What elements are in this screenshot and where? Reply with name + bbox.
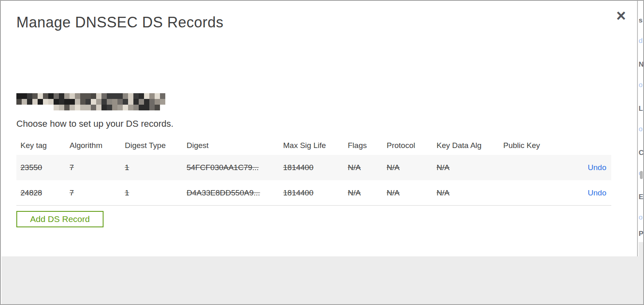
redacted-pixel (38, 93, 43, 99)
add-ds-record-button[interactable]: Add DS Record (16, 211, 104, 227)
redacted-pixel (59, 99, 64, 105)
redacted-pixel (149, 105, 155, 110)
col-header-protocol: Protocol (387, 141, 437, 150)
redacted-pixel (112, 105, 117, 110)
redacted-pixel (86, 105, 91, 110)
background-text-fragment: o (639, 125, 642, 133)
redacted-pixel (54, 99, 59, 105)
ds-records-table: Key tag Algorithm Digest Type Digest Max… (16, 136, 611, 206)
redacted-pixel (101, 99, 107, 105)
page-title: Manage DNSSEC DS Records (16, 14, 223, 31)
cell-digest: D4A33E8DD550A9... (187, 188, 283, 197)
redacted-pixel (75, 93, 80, 99)
redacted-pixel (101, 93, 107, 99)
redacted-pixel (43, 93, 48, 99)
redacted-pixel (133, 93, 139, 99)
col-header-algorithm: Algorithm (70, 141, 125, 150)
redacted-pixel (91, 105, 96, 110)
redacted-pixel (43, 99, 48, 105)
redacted-pixel (70, 105, 75, 110)
background-text-fragment: o (639, 81, 642, 89)
cell-flags: N/A (348, 163, 387, 172)
table-row: 23550 7 1 54FCF030AA1C79... 1814400 N/A … (16, 155, 611, 180)
background-text-fragment: d (639, 37, 642, 45)
redacted-pixel (144, 105, 149, 110)
redacted-pixel (107, 99, 112, 105)
redacted-pixel (160, 99, 165, 105)
redacted-domain (16, 93, 166, 111)
col-header-public-key: Public Key (503, 141, 567, 150)
col-header-key-data-alg: Key Data Alg (437, 141, 503, 150)
cell-protocol: N/A (387, 188, 437, 197)
undo-link[interactable]: Undo (588, 163, 606, 172)
cell-key-tag: 24828 (16, 188, 70, 197)
redacted-pixel (75, 105, 80, 110)
redacted-pixel (54, 93, 59, 99)
redacted-pixel (22, 93, 27, 99)
redacted-pixel (22, 99, 27, 105)
cell-algorithm: 7 (70, 188, 125, 197)
cell-action: Undo (567, 163, 611, 172)
redacted-pixel (27, 99, 32, 105)
redacted-pixel (70, 93, 75, 99)
table-row: 24828 7 1 D4A33E8DD550A9... 1814400 N/A … (16, 180, 611, 206)
redacted-pixel (107, 93, 112, 99)
cell-key-data-alg: N/A (437, 188, 503, 197)
redacted-pixel (96, 99, 101, 105)
redacted-pixel (64, 105, 70, 110)
redacted-pixel (123, 105, 128, 110)
col-header-flags: Flags (348, 141, 387, 150)
cell-digest-type: 1 (125, 163, 187, 172)
dnssec-modal: Manage DNSSEC DS Records × Choose how to… (1, 1, 638, 304)
cell-algorithm: 7 (70, 163, 125, 172)
modal-footer: Save Cancel (2, 256, 639, 304)
background-text-fragment: E (639, 193, 643, 201)
redacted-pixel (86, 93, 91, 99)
redacted-pixel (144, 99, 149, 105)
redacted-pixel (117, 99, 123, 105)
redacted-pixel (86, 99, 91, 105)
background-text-fragment: P (639, 230, 643, 238)
col-header-digest: Digest (187, 141, 283, 150)
cell-action: Undo (567, 188, 611, 197)
redacted-pixel (144, 93, 149, 99)
redacted-pixel (107, 105, 112, 110)
cell-key-data-alg: N/A (437, 163, 503, 172)
cell-max-sig-life: 1814400 (283, 188, 348, 197)
redacted-pixel (128, 93, 133, 99)
redacted-pixel (91, 99, 96, 105)
redacted-pixel (139, 93, 144, 99)
redacted-pixel (128, 99, 133, 105)
redacted-pixel (139, 99, 144, 105)
cell-protocol: N/A (387, 163, 437, 172)
scrollbar-thumb[interactable] (640, 171, 643, 179)
background-page-strip: sdNoLoCoEoP (639, 1, 643, 304)
cell-key-tag: 23550 (16, 163, 70, 172)
redacted-pixel (101, 105, 107, 110)
background-text-fragment: L (639, 105, 643, 113)
col-header-digest-type: Digest Type (125, 141, 187, 150)
cell-max-sig-life: 1814400 (283, 163, 348, 172)
redacted-pixel (80, 99, 86, 105)
col-header-key-tag: Key tag (16, 141, 70, 150)
redacted-pixel (128, 105, 133, 110)
redacted-pixel (70, 99, 75, 105)
col-header-max-sig-life: Max Sig Life (283, 141, 348, 150)
instruction-text: Choose how to set up your DS records. (16, 119, 173, 129)
redacted-pixel (160, 93, 165, 99)
redacted-pixel (96, 105, 101, 110)
cell-digest-type: 1 (125, 188, 187, 197)
background-text-fragment: s (639, 16, 642, 25)
undo-link[interactable]: Undo (588, 188, 606, 197)
redacted-pixel (96, 93, 101, 99)
redacted-pixel (59, 93, 64, 99)
redacted-pixel (155, 105, 160, 110)
redacted-pixel (112, 99, 117, 105)
redacted-pixel (16, 99, 22, 105)
cell-flags: N/A (348, 188, 387, 197)
redacted-pixel (123, 99, 128, 105)
redacted-pixel (54, 105, 59, 110)
redacted-pixel (59, 105, 64, 110)
close-icon[interactable]: × (612, 7, 630, 25)
redacted-pixel (38, 99, 43, 105)
